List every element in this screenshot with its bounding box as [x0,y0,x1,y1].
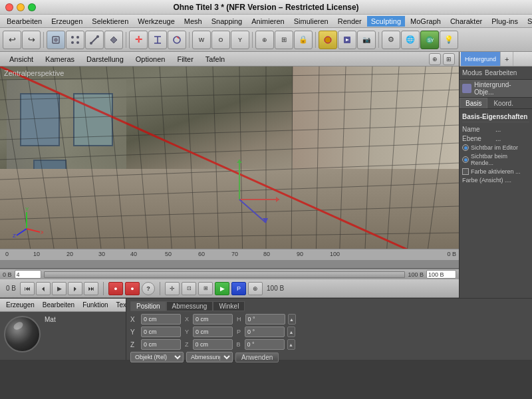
misc1-button[interactable]: ⚙ [382,31,400,49]
record-button[interactable]: ● [108,282,123,295]
x-position-input[interactable] [141,314,181,325]
menu-werkzeuge[interactable]: Werkzeuge [134,16,178,27]
window-controls[interactable] [5,3,36,11]
grid-button[interactable]: ⊞ [275,31,293,49]
y-stepper-up[interactable]: ▲ [287,327,295,337]
menu-mesh[interactable]: Mesh [180,16,206,27]
snap-button[interactable]: ⊕ [255,31,274,49]
select-points-button[interactable] [66,31,84,49]
z-size-input[interactable] [193,339,233,350]
menu-simulieren[interactable]: Simulieren [290,16,332,27]
x-stepper-up[interactable]: ▲ [288,314,296,325]
basis-tab[interactable]: Basis [460,98,487,108]
misc4-button[interactable]: 💡 [440,31,458,49]
hintergrund-tab[interactable]: Hintergrund [461,52,501,66]
select-edges-button[interactable] [85,31,104,49]
mat-funktion[interactable]: Funktion [79,301,111,309]
coords-position-tab[interactable]: Position [130,301,166,311]
help-button[interactable]: ? [142,282,155,295]
coords-winkel-tab[interactable]: Winkel [213,301,245,311]
timeline-track[interactable] [0,261,459,269]
goto-start-button[interactable]: ⏮ [20,282,35,295]
rotate-tool-button[interactable] [168,31,186,49]
y-size-input[interactable] [193,327,233,337]
view-filter[interactable]: Filter [172,54,198,65]
menu-plugins[interactable]: Plug-ins [487,16,522,27]
view-kameras[interactable]: Kameras [40,54,80,65]
z-position-input[interactable] [141,339,181,350]
timeline-50: 50 [165,251,172,257]
close-button[interactable] [5,3,13,11]
nav-button2[interactable]: ⊞ [443,53,455,65]
pb-btn5[interactable]: P [231,282,246,295]
coords-abmessung-tab[interactable]: Abmessung [166,301,213,311]
panel-bearbeiten[interactable]: Bearbeiten [485,69,517,76]
play-button[interactable]: ▶ [52,282,66,295]
menu-bearbeiten[interactable]: Bearbeiten [3,16,46,27]
mat-erzeugen[interactable]: Erzeugen [3,301,38,309]
menu-mograph[interactable]: MoGraph [406,16,445,27]
pb-btn3[interactable]: ⊞ [198,282,213,295]
z-angle-input[interactable] [245,339,285,350]
pb-green-btn[interactable]: ▶ [215,282,229,295]
undo-button[interactable]: ↩ [3,31,21,49]
menu-charakter[interactable]: Charakter [446,16,486,27]
select-model-button[interactable] [47,31,65,49]
menu-animieren[interactable]: Animieren [247,16,289,27]
misc2-button[interactable]: 🌐 [401,31,420,49]
x-size-input[interactable] [193,314,233,325]
menu-snapping[interactable]: Snapping [207,16,247,27]
coords-mode-select[interactable]: Abmessung [186,352,233,362]
nav-button1[interactable]: ⊕ [429,53,441,65]
minimize-button[interactable] [17,3,25,11]
sichtbar-editor-radio[interactable] [462,144,469,151]
sichtbar-render-radio[interactable] [462,156,469,163]
apply-button[interactable]: Anwenden [235,352,279,362]
menu-erzeugen[interactable]: Erzeugen [47,16,86,27]
y-angle-input[interactable] [245,327,285,337]
plus-tab[interactable]: + [501,52,513,66]
select-poly-button[interactable] [104,31,123,49]
panel-modus[interactable]: Modus [462,69,482,76]
pb-btn2[interactable]: ⊡ [182,282,196,295]
coords-ref-select[interactable]: Objekt (Rel) [130,352,184,362]
record2-button[interactable]: ● [125,282,140,295]
material-preview-ball[interactable] [4,316,41,352]
menu-render[interactable]: Render [334,16,366,27]
y-position-input[interactable] [141,327,181,337]
koord-tab[interactable]: Koord. [487,98,519,108]
menu-sculpting[interactable]: Sculpting [367,16,405,27]
timeline-scroll-thumb[interactable] [45,272,405,277]
render2-button[interactable] [338,31,356,49]
view-ansicht[interactable]: Ansicht [4,54,39,65]
goto-end-button[interactable]: ⏭ [84,282,98,295]
frame-max-input[interactable] [426,270,456,279]
render-button[interactable] [319,31,337,49]
timeline-scrollbar[interactable] [44,271,406,278]
view-optionen[interactable]: Optionen [130,54,171,65]
menu-skript[interactable]: Skript [523,16,532,27]
lock-button[interactable]: 🔒 [294,31,313,49]
world-coord-button[interactable]: W [192,31,211,49]
menu-selektieren[interactable]: Selektieren [88,16,132,27]
prev-frame-button[interactable]: ⏴ [36,282,51,295]
y-coord-button[interactable]: Y [231,31,249,49]
mat-bearbeiten[interactable]: Bearbeiten [39,301,78,309]
move-tool-pb[interactable]: ✛ [165,282,180,295]
next-frame-button[interactable]: ⏵ [68,282,82,295]
redo-button[interactable]: ↪ [22,31,41,49]
misc3-button[interactable]: SY [420,31,439,49]
scale-tool-button[interactable] [148,31,167,49]
obj-coord-button[interactable]: O [211,31,230,49]
pb-btn6[interactable]: ⊕ [248,282,263,295]
view-darstellung[interactable]: Darstellung [81,54,129,65]
view-tafeln[interactable]: Tafeln [200,54,230,65]
farbe-checkbox[interactable] [462,168,469,175]
z-stepper-up[interactable]: ▲ [287,339,295,350]
frame-current-input[interactable] [15,270,41,279]
maximize-button[interactable] [28,3,36,11]
move-tool-button[interactable]: ✛ [129,31,148,49]
3d-viewport[interactable]: Zentralperspektive Y X Z [0,66,459,249]
cam-button[interactable]: 📷 [357,31,376,49]
x-angle-input[interactable] [245,314,285,325]
